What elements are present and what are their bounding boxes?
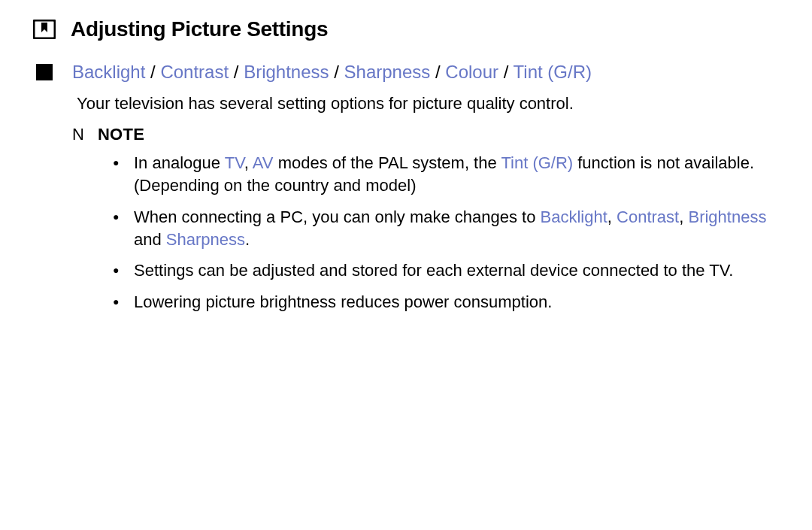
accent-term: Backlight [541, 207, 607, 226]
accent-term: Brightness [688, 207, 766, 226]
accent-term: Contrast [617, 207, 679, 226]
heading-term: Contrast [160, 62, 229, 82]
section-body: Your television has several setting opti… [36, 92, 776, 313]
page-title: Adjusting Picture Settings [71, 18, 328, 41]
text-run: modes of the PAL system, the [274, 153, 501, 172]
section-heading-row: Backlight / Contrast / Brightness / Shar… [36, 61, 776, 83]
heading-separator: / [329, 62, 344, 82]
accent-term: Sharpness [166, 230, 245, 249]
text-run: , [244, 153, 253, 172]
note-list: In analogue TV, AV modes of the PAL syst… [113, 152, 776, 313]
heading-term: Sharpness [344, 62, 431, 82]
heading-separator: / [229, 62, 244, 82]
text-run: Lowering picture brightness reduces powe… [134, 292, 552, 311]
chapter-bookmark-icon [33, 20, 56, 39]
accent-term: AV [253, 153, 274, 172]
text-run: , [607, 207, 617, 226]
text-run: In analogue [134, 153, 225, 172]
text-run: When connecting a PC, you can only make … [134, 207, 541, 226]
section-heading: Backlight / Contrast / Brightness / Shar… [72, 61, 592, 83]
text-run: . [245, 230, 250, 249]
note-item: Settings can be adjusted and stored for … [113, 259, 776, 282]
section: Backlight / Contrast / Brightness / Shar… [33, 61, 776, 313]
title-row: Adjusting Picture Settings [33, 18, 776, 41]
heading-term: Brightness [244, 62, 329, 82]
section-intro: Your television has several setting opti… [77, 92, 776, 115]
heading-separator: / [498, 62, 514, 82]
note-marker: N [72, 125, 84, 144]
note-label: NOTE [98, 125, 144, 144]
accent-term: TV [225, 153, 244, 172]
text-run: Settings can be adjusted and stored for … [134, 261, 733, 280]
accent-term: Tint (G/R) [501, 153, 573, 172]
heading-term: Backlight [72, 62, 145, 82]
document-page: Adjusting Picture Settings Backlight / C… [0, 0, 812, 341]
note-item: In analogue TV, AV modes of the PAL syst… [113, 152, 776, 196]
heading-term: Tint (G/R) [514, 62, 592, 82]
note-item: When connecting a PC, you can only make … [113, 206, 776, 250]
heading-term: Colour [445, 62, 498, 82]
text-run: and [134, 230, 166, 249]
heading-separator: / [145, 62, 160, 82]
note-item: Lowering picture brightness reduces powe… [113, 291, 776, 313]
note-header: N NOTE [72, 125, 776, 144]
square-bullet-icon [36, 64, 53, 80]
text-run: , [679, 207, 688, 226]
heading-separator: / [430, 62, 445, 82]
